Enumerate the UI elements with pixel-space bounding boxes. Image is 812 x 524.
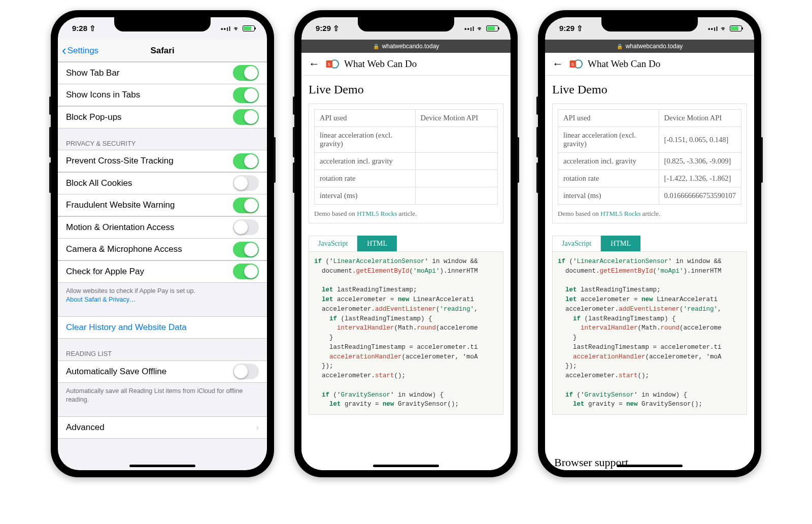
phone-frame-demo-blocked: 9:29 ⇧ ••ıl ᯤ 🔒 whatwebcando.today ← 5 W… [294, 10, 518, 477]
html5rocks-link[interactable]: HTML5 Rocks [357, 210, 397, 217]
table-cell [415, 127, 497, 153]
settings-row[interactable]: Check for Apple Pay [58, 260, 267, 283]
settings-row[interactable]: Fraudulent Website Warning [58, 194, 267, 216]
table-cell: API used [315, 110, 416, 127]
row-label: Fraudulent Website Warning [66, 200, 175, 210]
toggle[interactable] [233, 364, 259, 379]
demo-box: API usedDevice Motion APIlinear accelera… [552, 104, 747, 223]
side-button [274, 137, 276, 183]
table-cell: Device Motion API [659, 110, 741, 127]
settings-row[interactable]: Automatically Save Offline [58, 361, 267, 383]
row-label: Show Tab Bar [66, 68, 120, 78]
heading-live-demo: Live Demo [309, 83, 503, 96]
row-label: Block All Cookies [66, 178, 132, 188]
clear-history-label: Clear History and Website Data [66, 322, 187, 333]
settings-row[interactable]: Block All Cookies [58, 172, 267, 194]
settings-row[interactable]: Camera & Microphone Access [58, 238, 267, 260]
heading-live-demo: Live Demo [552, 83, 747, 96]
group-footer-privacy: Allow websites to check if Apple Pay is … [58, 283, 267, 308]
home-indicator[interactable] [373, 465, 439, 467]
nav-back-button[interactable]: ‹ Settings [58, 43, 98, 58]
mute-switch [293, 96, 295, 115]
table-cell: linear acceleration (excl. gravity) [558, 127, 659, 153]
code-tabs: JavaScript HTML [552, 236, 747, 251]
table-cell: API used [558, 110, 659, 127]
page-body[interactable]: Live Demo API usedDevice Motion APIlinea… [545, 76, 754, 470]
site-title: What Web Can Do [344, 58, 417, 70]
table-cell: interval (ms) [558, 187, 659, 205]
nav-back-label: Settings [67, 46, 98, 56]
html5rocks-link[interactable]: HTML5 Rocks [600, 210, 640, 217]
advanced-label: Advanced [66, 422, 105, 433]
toggle[interactable] [233, 65, 259, 81]
table-cell [415, 153, 497, 170]
url-bar[interactable]: 🔒 whatwebcando.today [545, 40, 754, 53]
phone-frame-demo-allowed: 9:29 ⇧ ••ıl ᯤ 🔒 whatwebcando.today ← 5 W… [538, 10, 761, 477]
tab-javascript[interactable]: JavaScript [309, 236, 357, 251]
settings-list[interactable]: Show Tab BarShow Icons in TabsBlock Pop-… [58, 62, 267, 470]
home-indicator[interactable] [129, 465, 195, 467]
tab-html[interactable]: HTML [601, 236, 640, 251]
status-icons: ••ıl ᯤ [221, 25, 255, 32]
row-label: Prevent Cross-Site Tracking [66, 156, 174, 166]
status-icons: ••ıl ᯤ [708, 25, 742, 32]
settings-row[interactable]: Block Pop-ups [58, 106, 267, 128]
lock-icon: 🔒 [617, 44, 623, 49]
site-title: What Web Can Do [588, 58, 660, 70]
page-body[interactable]: Live Demo API usedDevice Motion APIlinea… [301, 76, 511, 470]
site-logo-icon: 5 [325, 57, 339, 71]
toggle[interactable] [233, 198, 259, 213]
volume-up [536, 127, 538, 157]
row-label: Motion & Orientation Access [66, 222, 175, 233]
table-cell: linear acceleration (excl. gravity) [315, 127, 416, 153]
table-cell: [0.825, -3.306, -9.009] [659, 153, 741, 170]
toggle[interactable] [233, 264, 259, 279]
volume-down [536, 162, 538, 193]
code-block: if ('LinearAccelerationSensor' in window… [309, 251, 503, 415]
phone-frame-settings: 9:28 ⇧ ••ıl ᯤ ‹ Settings Safari Show Tab… [51, 10, 274, 477]
tab-html[interactable]: HTML [357, 236, 397, 251]
notch [601, 17, 698, 31]
about-safari-privacy-link[interactable]: About Safari & Privacy… [66, 296, 136, 303]
clear-history-row[interactable]: Clear History and Website Data [58, 316, 267, 339]
demo-footer: Demo based on HTML5 Rocks article. [558, 210, 741, 218]
demo-table: API usedDevice Motion APIlinear accelera… [314, 109, 498, 205]
home-indicator[interactable] [617, 465, 683, 467]
back-arrow-icon[interactable]: ← [552, 57, 563, 71]
toggle[interactable] [233, 175, 259, 191]
row-label: Automatically Save Offline [66, 367, 166, 377]
chevron-left-icon: ‹ [62, 43, 66, 58]
code-tabs: JavaScript HTML [309, 236, 503, 251]
table-cell: acceleration incl. gravity [558, 153, 659, 170]
table-cell: acceleration incl. gravity [315, 153, 416, 170]
table-cell: Device Motion API [415, 110, 497, 127]
row-label: Block Pop-ups [66, 112, 122, 122]
table-cell: rotation rate [558, 170, 659, 187]
group-header-reading: Reading List [58, 339, 267, 361]
volume-down [293, 162, 295, 193]
row-label: Show Icons in Tabs [66, 90, 140, 100]
settings-row[interactable]: Show Tab Bar [58, 62, 267, 84]
toggle[interactable] [233, 109, 259, 125]
toggle[interactable] [233, 87, 259, 103]
toggle[interactable] [233, 242, 259, 257]
heading-browser-support: Browser support [552, 456, 628, 469]
url-text: whatwebcando.today [626, 43, 683, 50]
lock-icon: 🔒 [373, 44, 379, 49]
notch [358, 17, 454, 31]
tab-javascript[interactable]: JavaScript [552, 236, 601, 251]
settings-row[interactable]: Show Icons in Tabs [58, 84, 267, 106]
toggle[interactable] [233, 219, 259, 235]
back-arrow-icon[interactable]: ← [309, 57, 320, 71]
advanced-row[interactable]: Advanced › [58, 416, 267, 439]
url-bar[interactable]: 🔒 whatwebcando.today [301, 40, 511, 53]
toggle[interactable] [233, 153, 259, 169]
site-header: ← 5 What Web Can Do [301, 53, 511, 76]
settings-row[interactable]: Motion & Orientation Access [58, 216, 267, 239]
table-cell [415, 170, 497, 187]
status-time: 9:29 ⇧ [559, 24, 583, 33]
site-logo-icon: 5 [568, 57, 583, 71]
settings-row[interactable]: Prevent Cross-Site Tracking [58, 150, 267, 172]
group-header-privacy: Privacy & Security [58, 128, 267, 150]
status-time: 9:28 ⇧ [72, 24, 96, 33]
